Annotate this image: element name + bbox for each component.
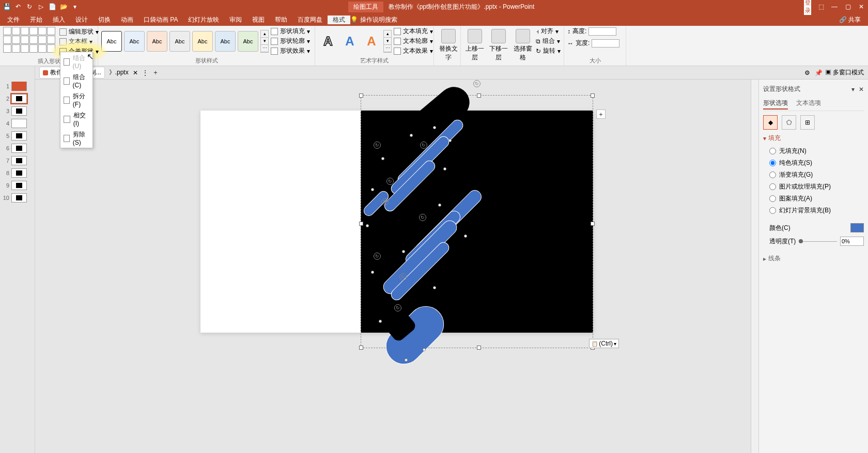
tab-baidu[interactable]: 百度网盘: [292, 15, 328, 24]
text-effects-button[interactable]: 文本效果 ▾: [394, 46, 433, 55]
rotate-handle-icon[interactable]: ↻: [394, 304, 401, 311]
tab-transitions[interactable]: 切换: [93, 15, 116, 24]
radio-slidebg-fill[interactable]: 幻灯片背景填充(B): [769, 206, 864, 215]
style-preset-7[interactable]: Abc: [238, 31, 258, 52]
radio-pattern-fill[interactable]: 图案填充(A): [769, 194, 864, 203]
gallery-scroll[interactable]: ▴▾⋯: [260, 30, 269, 53]
radio-solid-fill[interactable]: 纯色填充(S): [769, 159, 864, 167]
login-button[interactable]: 登录: [804, 0, 811, 15]
maximize-icon[interactable]: ▢: [844, 3, 851, 10]
merge-intersect-item[interactable]: 相交(I): [60, 110, 92, 129]
slide-thumb-2[interactable]: [11, 94, 27, 103]
ctrl-smart-tag[interactable]: 📋 (Ctrl) ▾: [589, 339, 619, 348]
radio-gradient-fill[interactable]: 渐变填充(G): [769, 170, 864, 179]
rotate-handle-icon[interactable]: ↻: [381, 198, 389, 206]
align-button[interactable]: ⫞ 对齐 ▾: [536, 27, 561, 36]
text-fill-button[interactable]: 文本填充 ▾: [394, 27, 433, 36]
settings-gear-icon[interactable]: ⚙: [804, 69, 812, 76]
rotate-handle-icon[interactable]: ↻: [420, 142, 427, 149]
bring-forward-button[interactable]: 上移一层: [464, 27, 486, 64]
alt-text-button[interactable]: 替换文字: [437, 27, 460, 64]
add-handle-icon[interactable]: ＋: [596, 110, 606, 119]
fill-color-picker[interactable]: [850, 223, 864, 232]
pin-icon[interactable]: 📌: [815, 69, 822, 76]
tab-options-icon[interactable]: ⋮: [142, 69, 148, 76]
size-tab-icon[interactable]: ⊞: [800, 115, 815, 130]
rotate-handle-icon[interactable]: ↻: [473, 80, 481, 87]
fill-line-tab-icon[interactable]: ◆: [763, 115, 778, 130]
effects-tab-icon[interactable]: ⬠: [782, 115, 796, 130]
style-preset-4[interactable]: Abc: [169, 31, 190, 52]
shape-outline-button[interactable]: 形状轮廓 ▾: [271, 37, 310, 45]
tab-slideshow[interactable]: 幻灯片放映: [183, 15, 224, 24]
redo-icon[interactable]: ↻: [26, 3, 33, 10]
pane-dropdown-icon[interactable]: ▾: [851, 86, 855, 93]
merge-subtract-item[interactable]: 剪除(S): [60, 129, 92, 148]
merge-fragment-item[interactable]: 拆分(F): [60, 90, 92, 110]
share-button[interactable]: 🔗 共享: [834, 15, 866, 24]
wordart-gallery[interactable]: A A A ▴▾⋯: [318, 30, 392, 53]
slide-thumb-6[interactable]: [11, 144, 27, 153]
tab-help[interactable]: 帮助: [270, 15, 292, 24]
slide-thumb-3[interactable]: [11, 106, 27, 116]
send-backward-button[interactable]: 下移一层: [488, 27, 509, 64]
slide-canvas[interactable]: ↻ ↻ ↻ ↻ ↻ ↻ ↻ ↻ ↻: [200, 111, 593, 333]
slide-thumb-4[interactable]: [11, 119, 27, 128]
tab-shape-options[interactable]: 形状选项: [763, 98, 788, 110]
section-line[interactable]: ▸ 线条: [763, 254, 864, 263]
qat-dropdown-icon[interactable]: ▾: [71, 3, 79, 10]
shape-gallery[interactable]: [3, 27, 55, 53]
style-preset-2[interactable]: Abc: [124, 31, 145, 52]
rotate-handle-icon[interactable]: ↻: [399, 273, 407, 280]
section-fill[interactable]: ▾ 填充: [763, 134, 864, 143]
start-from-beginning-icon[interactable]: ▷: [37, 3, 44, 10]
pane-close-icon[interactable]: ✕: [859, 86, 864, 93]
close-icon[interactable]: ✕: [858, 3, 865, 10]
slide-thumb-1[interactable]: [11, 82, 27, 91]
tab-text-options[interactable]: 文本选项: [796, 98, 821, 110]
transparency-input[interactable]: [840, 237, 864, 246]
rotate-handle-icon[interactable]: ↻: [419, 214, 426, 221]
undo-icon[interactable]: ↶: [14, 3, 22, 10]
tab-format[interactable]: 格式: [328, 15, 350, 24]
width-input[interactable]: ↔ 宽度:: [567, 39, 619, 48]
open-icon[interactable]: 📂: [60, 3, 67, 10]
style-preset-6[interactable]: Abc: [215, 31, 236, 52]
wordart-preset-3[interactable]: A: [362, 32, 381, 51]
tab-file[interactable]: 文件: [2, 15, 25, 24]
rotate-button[interactable]: ↻ 旋转 ▾: [536, 46, 561, 55]
multiwindow-button[interactable]: ▣ 多窗口模式: [825, 68, 864, 77]
rotate-handle-icon[interactable]: ↻: [374, 142, 381, 149]
rotate-handle-icon[interactable]: ↻: [374, 253, 381, 260]
tell-me-search[interactable]: 💡 操作说明搜索: [350, 15, 397, 24]
slide-canvas-area[interactable]: ↻ ↻ ↻ ↻ ↻ ↻ ↻ ↻ ↻: [35, 80, 758, 453]
style-preset-3[interactable]: Abc: [147, 31, 167, 52]
rotate-handle-icon[interactable]: ↻: [386, 178, 394, 185]
tab-home[interactable]: 开始: [25, 15, 48, 24]
tab-design[interactable]: 设计: [70, 15, 93, 24]
new-tab-icon[interactable]: ＋: [152, 68, 159, 77]
shape-fill-button[interactable]: 形状填充 ▾: [271, 27, 310, 36]
radio-no-fill[interactable]: 无填充(N): [769, 147, 864, 155]
slide-thumb-8[interactable]: [11, 168, 27, 178]
style-preset-1[interactable]: Abc: [101, 31, 122, 52]
wordart-preset-1[interactable]: A: [318, 32, 338, 51]
edit-shape-button[interactable]: 编辑形状 ▾: [57, 27, 101, 37]
transparency-slider[interactable]: [799, 241, 837, 242]
tab-insert[interactable]: 插入: [48, 15, 70, 24]
selection-pane-button[interactable]: 选择窗格: [512, 27, 534, 64]
slide-thumb-7[interactable]: [11, 156, 27, 165]
ribbon-display-icon[interactable]: ⬚: [817, 3, 825, 10]
slide-thumb-9[interactable]: [11, 181, 27, 190]
merge-combine-item[interactable]: 组合(C): [60, 71, 92, 90]
wordart-scroll[interactable]: ▴▾⋯: [383, 30, 392, 53]
text-outline-button[interactable]: 文本轮廓 ▾: [394, 37, 433, 45]
group-button[interactable]: ⧉ 组合 ▾: [536, 37, 561, 45]
slide-thumb-5[interactable]: [11, 131, 27, 140]
save-icon[interactable]: 💾: [3, 3, 10, 10]
minimize-icon[interactable]: —: [831, 3, 838, 10]
tab-review[interactable]: 审阅: [224, 15, 247, 24]
new-icon[interactable]: 📄: [49, 3, 56, 10]
tab-animations[interactable]: 动画: [116, 15, 138, 24]
radio-picture-fill[interactable]: 图片或纹理填充(P): [769, 182, 864, 191]
